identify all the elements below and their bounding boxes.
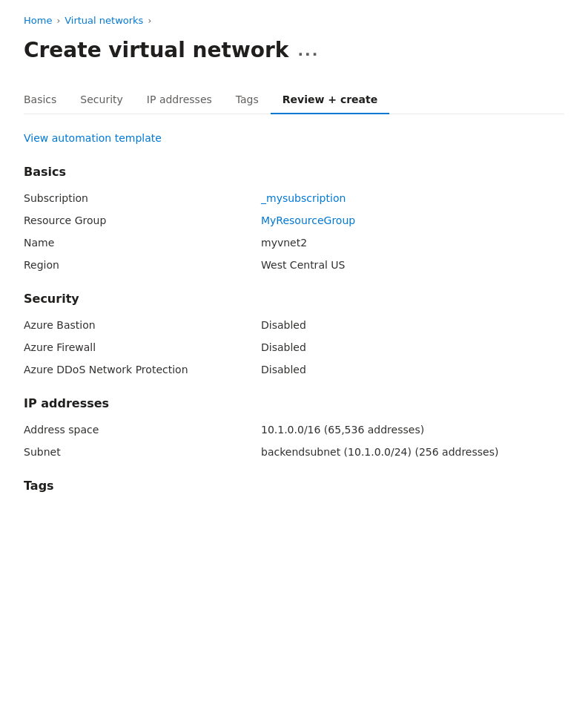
basics-section: Basics Subscription _mysubscription Reso… [24,165,564,271]
field-label-azure-ddos: Azure DDoS Network Protection [24,364,261,375]
ip-addresses-section-title: IP addresses [24,396,564,410]
field-value-azure-bastion: Disabled [261,319,306,331]
field-value-resource-group: MyResourceGroup [261,214,355,226]
basics-section-title: Basics [24,165,564,179]
ellipsis-button[interactable]: ... [297,42,319,59]
field-value-azure-firewall: Disabled [261,341,306,353]
field-label-address-space: Address space [24,424,261,436]
tab-ip-addresses[interactable]: IP addresses [135,86,224,114]
field-region: Region West Central US [24,259,564,271]
ip-addresses-section: IP addresses Address space 10.1.0.0/16 (… [24,396,564,458]
tags-section: Tags [24,479,564,493]
tab-security[interactable]: Security [68,86,135,114]
field-label-azure-bastion: Azure Bastion [24,319,261,331]
field-azure-ddos: Azure DDoS Network Protection Disabled [24,364,564,375]
field-value-azure-ddos: Disabled [261,364,306,375]
tab-review-create[interactable]: Review + create [271,86,389,114]
field-label-subnet: Subnet [24,446,261,458]
tags-section-title: Tags [24,479,564,493]
field-label-name: Name [24,237,261,249]
breadcrumb-separator-2: › [148,16,151,26]
field-resource-group: Resource Group MyResourceGroup [24,214,564,226]
breadcrumb-home[interactable]: Home [24,15,52,26]
field-azure-firewall: Azure Firewall Disabled [24,341,564,353]
field-label-region: Region [24,259,261,271]
page-title-row: Create virtual network ... [24,38,564,62]
breadcrumb-separator-1: › [56,16,60,26]
field-subscription: Subscription _mysubscription [24,192,564,204]
field-value-region: West Central US [261,259,345,271]
field-label-subscription: Subscription [24,192,261,204]
field-azure-bastion: Azure Bastion Disabled [24,319,564,331]
breadcrumb: Home › Virtual networks › [24,15,564,26]
field-value-address-space: 10.1.0.0/16 (65,536 addresses) [261,424,424,436]
security-section-title: Security [24,292,564,306]
breadcrumb-virtual-networks[interactable]: Virtual networks [65,15,143,26]
automation-template-link[interactable]: View automation template [24,132,162,144]
field-name: Name myvnet2 [24,237,564,249]
field-value-subnet: backendsubnet (10.1.0.0/24) (256 address… [261,446,498,458]
security-section: Security Azure Bastion Disabled Azure Fi… [24,292,564,375]
tabs-nav: Basics Security IP addresses Tags Review… [24,86,564,114]
field-value-name: myvnet2 [261,237,307,249]
field-label-azure-firewall: Azure Firewall [24,341,261,353]
tab-basics[interactable]: Basics [24,86,68,114]
page-title: Create virtual network [24,38,288,62]
field-label-resource-group: Resource Group [24,214,261,226]
page-container: Home › Virtual networks › Create virtual… [0,0,588,543]
field-subnet: Subnet backendsubnet (10.1.0.0/24) (256 … [24,446,564,458]
field-value-subscription: _mysubscription [261,192,346,204]
tab-tags[interactable]: Tags [224,86,271,114]
field-address-space: Address space 10.1.0.0/16 (65,536 addres… [24,424,564,436]
